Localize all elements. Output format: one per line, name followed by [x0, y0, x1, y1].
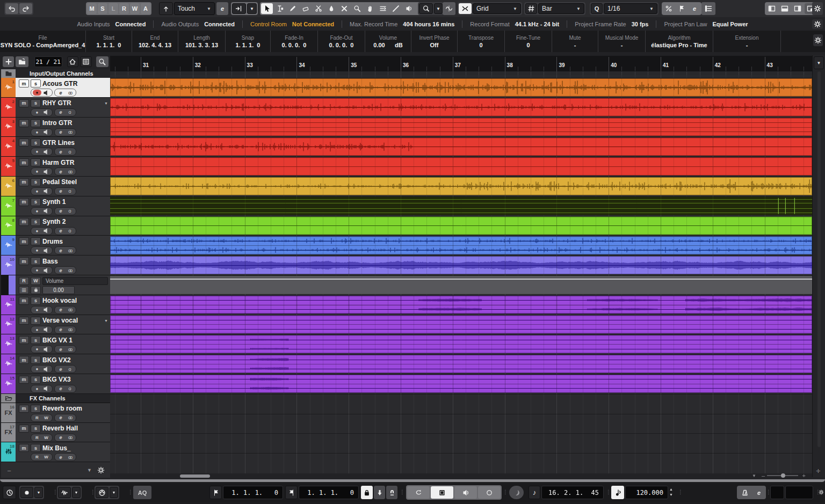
- info-field-file[interactable]: FileSYN SOLO - CompAmerged_4: [0, 31, 86, 52]
- edit-channel-button[interactable]: e: [56, 169, 65, 174]
- record-arm-button[interactable]: ●: [33, 90, 41, 96]
- monitor-button[interactable]: [42, 327, 50, 333]
- zoom-preset-arrow[interactable]: ▼: [752, 473, 756, 478]
- edit-channel-button[interactable]: e: [56, 267, 65, 273]
- monitor-button[interactable]: [42, 228, 50, 234]
- record-arm-button[interactable]: ●: [33, 208, 41, 214]
- channel-width-indicator[interactable]: o: [66, 149, 74, 155]
- primary-time-display[interactable]: 16. 2. 1. 45: [541, 486, 604, 499]
- edit-channel-button[interactable]: e: [56, 435, 65, 441]
- record-arm-button[interactable]: ●: [33, 149, 41, 155]
- channel-width-indicator[interactable]: oo: [66, 307, 74, 313]
- track-name[interactable]: Acous GTR: [42, 80, 108, 87]
- solo-button[interactable]: s: [31, 356, 41, 364]
- edit-channel-button[interactable]: e: [56, 386, 65, 392]
- automation-state-w[interactable]: W: [130, 3, 140, 14]
- solo-button[interactable]: s: [31, 405, 41, 413]
- record-arm-button[interactable]: ●: [33, 247, 41, 253]
- audio-quantize-button[interactable]: AQ: [133, 486, 151, 499]
- automation-value[interactable]: 0.00: [42, 286, 75, 294]
- track-name[interactable]: BKG VX2: [42, 356, 108, 364]
- audio-wave-icon[interactable]: [58, 487, 71, 498]
- write-automation-button[interactable]: W: [42, 435, 50, 441]
- info-field-musical-mode[interactable]: Musical Mode-: [598, 31, 646, 52]
- mute-button[interactable]: m: [19, 336, 29, 344]
- track-row-bkg-vx2[interactable]: 14 m s BKG VX2 ● e o: [1, 354, 110, 374]
- lower-zone-toggle[interactable]: [779, 3, 791, 14]
- track-name[interactable]: Mix Bus_: [42, 444, 108, 452]
- horizontal-scrollbar-thumb[interactable]: [180, 474, 210, 478]
- channel-width-indicator[interactable]: oo: [66, 415, 74, 421]
- mute-button[interactable]: m: [19, 297, 29, 305]
- tool-draw[interactable]: [287, 3, 299, 14]
- automation-mode-dropdown[interactable]: Touch▼: [174, 2, 215, 15]
- track-row-harm-gtr[interactable]: 5 m s Harm GTR ● e oo: [1, 157, 110, 177]
- track-row-rhy-gtr[interactable]: 2 m s RHY GTR ▼ ● e o: [1, 98, 110, 118]
- track-row-bass[interactable]: 10 m s Bass ● e oo: [1, 255, 110, 275]
- write-automation-button[interactable]: W: [42, 415, 50, 421]
- track-name[interactable]: BKG VX 1: [42, 337, 108, 344]
- record-arm-button[interactable]: ●: [33, 366, 41, 372]
- monitor-button[interactable]: [42, 307, 50, 313]
- track-color-strip[interactable]: 12: [1, 315, 16, 334]
- grid-type-dropdown[interactable]: Bar▼: [538, 3, 584, 14]
- track-name[interactable]: GTR Lines: [42, 139, 108, 147]
- channel-width-indicator[interactable]: oo: [66, 346, 74, 352]
- tempo-display[interactable]: 120.000: [625, 486, 668, 499]
- edit-channel-button[interactable]: e: [56, 454, 65, 460]
- play-button[interactable]: [454, 486, 477, 499]
- track-color-strip[interactable]: 11: [1, 295, 16, 315]
- record-arm-button[interactable]: ●: [33, 386, 41, 392]
- right-locator-flag-icon[interactable]: [285, 486, 298, 499]
- event-display[interactable]: [110, 75, 812, 473]
- zoom-out-icon[interactable]: –: [762, 472, 765, 479]
- zoom-in-icon[interactable]: +: [802, 472, 806, 479]
- track-color-strip[interactable]: 13: [1, 334, 16, 354]
- tool-comp[interactable]: [377, 3, 389, 14]
- solo-button[interactable]: s: [31, 317, 41, 325]
- track-row-acous-gtr[interactable]: 1 m s Acous GTR ● e oo: [1, 78, 110, 98]
- extra-field-2[interactable]: [785, 486, 813, 499]
- monitor-button[interactable]: [42, 366, 50, 372]
- info-field-start[interactable]: Start1. 1. 1. 0: [86, 31, 132, 52]
- mute-button[interactable]: m: [19, 376, 29, 384]
- mute-automation-button[interactable]: 𝄙: [19, 286, 29, 294]
- record-arm-button[interactable]: ●: [33, 307, 41, 313]
- solo-button[interactable]: s: [31, 336, 41, 344]
- edit-channel-button[interactable]: e: [56, 247, 65, 253]
- solo-button[interactable]: s: [31, 79, 41, 87]
- track-color-strip[interactable]: 18: [1, 442, 16, 462]
- track-name[interactable]: Pedal Steel: [42, 178, 108, 186]
- vertical-zoom-plus-icon[interactable]: ✛: [816, 468, 820, 474]
- channel-width-indicator[interactable]: oo: [66, 129, 74, 135]
- channel-width-indicator[interactable]: o: [66, 228, 74, 234]
- punch-out-button[interactable]: [386, 486, 397, 499]
- solo-button[interactable]: s: [31, 218, 41, 226]
- mute-button[interactable]: m: [19, 138, 29, 147]
- audio-wave-arrow[interactable]: ▼: [72, 487, 81, 498]
- solo-button[interactable]: s: [31, 178, 41, 186]
- info-field-fade-in[interactable]: Fade-In0. 0. 0. 0: [271, 31, 318, 52]
- info-field-algorithm[interactable]: Algorithmélastique Pro - Time: [646, 31, 713, 52]
- track-name-arrow[interactable]: ▼: [104, 101, 108, 105]
- monitor-button[interactable]: [42, 208, 50, 214]
- track-name[interactable]: Verse vocal: [42, 317, 103, 324]
- track-row-bkg-vx3[interactable]: 15 m s BKG VX3 ● e o: [1, 374, 110, 394]
- mute-button[interactable]: m: [19, 356, 29, 364]
- automation-state-a[interactable]: A: [141, 3, 150, 14]
- info-field-snap[interactable]: Snap1. 1. 1. 0: [226, 31, 271, 52]
- track-name[interactable]: Reverb room: [42, 405, 108, 412]
- monitor-button[interactable]: [42, 109, 50, 115]
- mute-button[interactable]: m: [19, 178, 29, 186]
- undo-button[interactable]: [5, 3, 18, 14]
- track-name[interactable]: Synth 2: [42, 218, 108, 225]
- left-locator-display[interactable]: 1. 1. 1. 0: [223, 486, 283, 499]
- monitor-button[interactable]: [42, 247, 50, 253]
- cycle-button[interactable]: [407, 486, 430, 499]
- track-name[interactable]: Intro GTR: [42, 119, 108, 127]
- edit-channel-button[interactable]: e: [56, 346, 65, 352]
- extra-field-1[interactable]: [770, 486, 784, 499]
- status-line-gear-icon[interactable]: [812, 19, 823, 29]
- automation-lock-button[interactable]: [31, 286, 41, 294]
- info-field-volume[interactable]: Volume0.00 dB: [365, 31, 411, 52]
